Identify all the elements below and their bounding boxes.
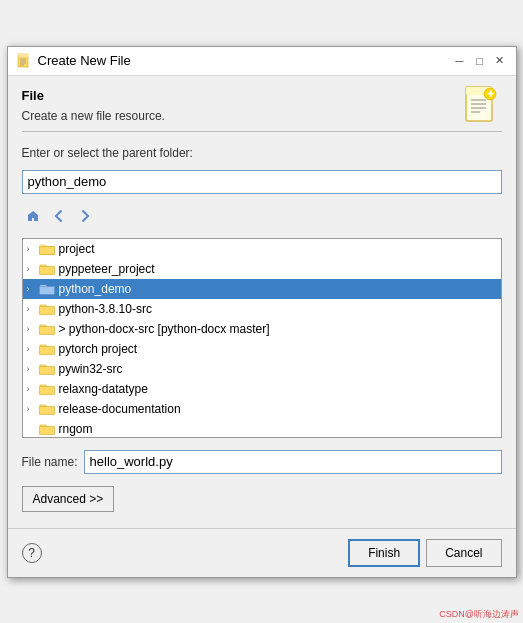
section-description: Create a new file resource. (22, 109, 165, 123)
folder-icon (39, 261, 55, 277)
nav-forward-button[interactable] (74, 205, 96, 227)
chevron-icon: › (27, 244, 37, 254)
create-new-file-dialog: Create New File ─ □ ✕ + Fi (7, 46, 517, 578)
tree-item-label: pyppeteer_project (59, 262, 155, 276)
window-title: Create New File (38, 53, 446, 68)
dialog-footer: ? Finish Cancel (8, 528, 516, 577)
folder-tree[interactable]: › project › pypp (22, 238, 502, 438)
close-button[interactable]: ✕ (492, 53, 508, 69)
chevron-icon: › (27, 304, 37, 314)
tree-item-pytorch[interactable]: › pytorch project (23, 339, 501, 359)
tree-item-label: rngom (59, 422, 93, 436)
chevron-icon: › (27, 344, 37, 354)
svg-rect-1 (18, 54, 28, 57)
folder-icon (39, 341, 55, 357)
tree-item-label: > python-docx-src [python-docx master] (59, 322, 270, 336)
watermark: CSDN@听海边涛声 (439, 608, 519, 621)
footer-left: ? (22, 543, 343, 563)
tree-item-label: pywin32-src (59, 362, 123, 376)
folder-icon (39, 321, 55, 337)
svg-text:+: + (487, 86, 495, 101)
advanced-button[interactable]: Advanced >> (22, 486, 115, 512)
minimize-button[interactable]: ─ (452, 53, 468, 69)
section-header-area: File Create a new file resource. (22, 88, 502, 132)
tree-item-label: python-3.8.10-src (59, 302, 152, 316)
folder-icon (39, 381, 55, 397)
tree-item-python-demo[interactable]: › python_demo (23, 279, 501, 299)
nav-toolbar (22, 202, 502, 230)
chevron-icon: › (27, 404, 37, 414)
chevron-icon: › (27, 324, 37, 334)
tree-item-rngom[interactable]: › rngom (23, 419, 501, 438)
tree-item-python-src[interactable]: › python-3.8.10-src (23, 299, 501, 319)
nav-home-button[interactable] (22, 205, 44, 227)
title-bar: Create New File ─ □ ✕ (8, 47, 516, 76)
section-title: File (22, 88, 165, 103)
advanced-section: Advanced >> (22, 486, 502, 512)
window-controls: ─ □ ✕ (452, 53, 508, 69)
maximize-button[interactable]: □ (472, 53, 488, 69)
tree-item-label: relaxng-datatype (59, 382, 148, 396)
parent-folder-input[interactable] (22, 170, 502, 194)
nav-back-button[interactable] (48, 205, 70, 227)
folder-icon (39, 361, 55, 377)
tree-item-label: release-documentation (59, 402, 181, 416)
chevron-icon: › (27, 384, 37, 394)
folder-icon (39, 241, 55, 257)
chevron-icon: › (27, 264, 37, 274)
folder-icon (39, 301, 55, 317)
window-icon (16, 53, 32, 69)
file-document-icon: + (464, 86, 502, 130)
parent-folder-label: Enter or select the parent folder: (22, 146, 502, 160)
tree-item-label: python_demo (59, 282, 132, 296)
folder-icon (39, 401, 55, 417)
help-button[interactable]: ? (22, 543, 42, 563)
dialog-body: + File Create a new file resource. Enter… (8, 76, 516, 524)
cancel-button[interactable]: Cancel (426, 539, 501, 567)
file-name-label: File name: (22, 455, 78, 469)
tree-item-release-doc[interactable]: › release-documentation (23, 399, 501, 419)
tree-item-python-docx[interactable]: › > python-docx-src [python-docx master] (23, 319, 501, 339)
tree-item-project[interactable]: › project (23, 239, 501, 259)
file-name-input[interactable] (84, 450, 502, 474)
chevron-icon: › (27, 364, 37, 374)
file-icon-area: + (464, 86, 502, 133)
folder-icon (39, 421, 55, 437)
chevron-icon: › (27, 284, 37, 294)
tree-item-pyppeteer[interactable]: › pyppeteer_project (23, 259, 501, 279)
tree-item-label: pytorch project (59, 342, 138, 356)
folder-icon (39, 281, 55, 297)
finish-button[interactable]: Finish (348, 539, 420, 567)
tree-item-label: project (59, 242, 95, 256)
tree-item-pywin32[interactable]: › pywin32-src (23, 359, 501, 379)
tree-item-relaxng[interactable]: › relaxng-datatype (23, 379, 501, 399)
file-name-area: File name: (22, 450, 502, 474)
